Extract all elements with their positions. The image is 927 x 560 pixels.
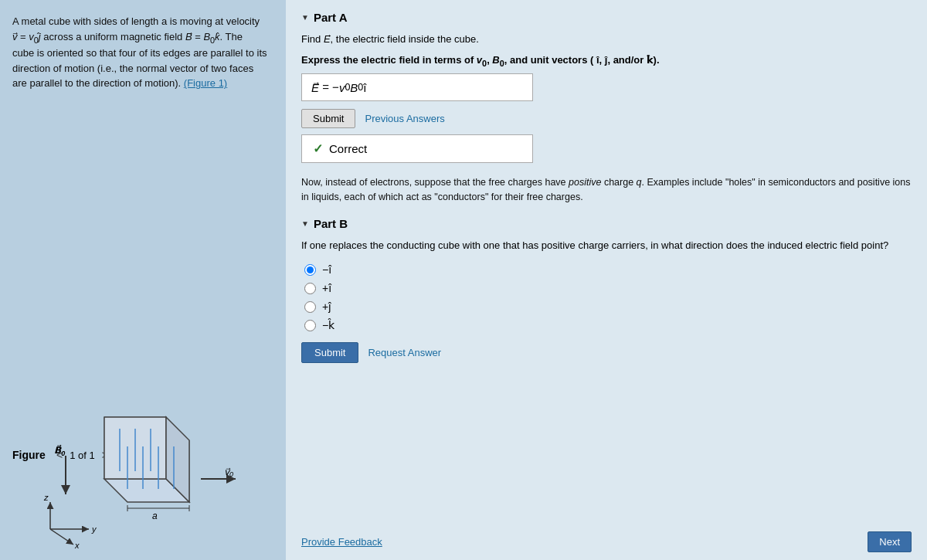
svg-text:z: z xyxy=(43,493,49,502)
provide-feedback-link[interactable]: Provide Feedback xyxy=(301,536,382,548)
checkmark-icon: ✓ xyxy=(313,141,323,156)
figure-area: x y z xyxy=(0,390,286,560)
left-panel: A metal cube with sides of length a is m… xyxy=(0,0,286,560)
right-panel: ▼ Part A Find E⃗, the electric field ins… xyxy=(286,0,927,560)
part-a-title: Part A xyxy=(314,11,348,24)
problem-line5: are parallel to the direction of motion)… xyxy=(12,77,227,89)
info-text: Now, instead of electrons, suppose that … xyxy=(301,175,912,205)
svg-text:v⃗0: v⃗0 xyxy=(224,467,233,478)
radio-neg-k-hat[interactable] xyxy=(304,320,316,331)
part-b-title: Part B xyxy=(314,217,348,230)
label-neg-i-hat: −î xyxy=(322,263,331,276)
next-button[interactable]: Next xyxy=(868,531,912,552)
part-b-question: If one replaces the conducting cube with… xyxy=(301,238,912,253)
label-pos-j-hat: +ĵ xyxy=(322,300,331,313)
part-a-submit-button[interactable]: Submit xyxy=(301,109,355,128)
option-pos-i-hat: +î xyxy=(304,282,912,294)
label-pos-i-hat: +î xyxy=(322,282,331,294)
svg-text:x: x xyxy=(74,541,80,550)
part-a-find-text: Find E⃗, the electric field inside the c… xyxy=(301,32,912,48)
svg-text:B⃗0: B⃗0 xyxy=(54,444,65,457)
part-a-answer-box: E⃗ = −v0B0î xyxy=(301,73,533,101)
radio-pos-j-hat[interactable] xyxy=(304,301,316,313)
part-b-header: ▼ Part B xyxy=(301,217,912,230)
prev-answers-link[interactable]: Previous Answers xyxy=(365,113,444,124)
radio-neg-i-hat[interactable] xyxy=(304,264,316,276)
part-b-submit-button[interactable]: Submit xyxy=(301,342,358,363)
svg-text:a: a xyxy=(152,511,158,521)
part-b-options: −î +î +ĵ −k̂ xyxy=(301,263,912,331)
problem-line4: direction of motion (i.e., the normal ve… xyxy=(12,63,253,74)
problem-line2: v⃗ = v0ĵ across a uniform magnetic fiel… xyxy=(12,31,243,42)
part-a-header: ▼ Part A xyxy=(301,11,912,24)
collapse-triangle-b[interactable]: ▼ xyxy=(301,219,309,228)
part-b-submit-row: Submit Request Answer xyxy=(301,342,912,363)
option-neg-i-hat: −î xyxy=(304,263,912,276)
part-a-express-text: Express the electric field in terms of v… xyxy=(301,54,912,68)
bottom-bar: Provide Feedback Next xyxy=(301,525,912,552)
radio-pos-i-hat[interactable] xyxy=(304,283,316,294)
part-a-submit-row: Submit Previous Answers xyxy=(301,109,912,128)
svg-text:y: y xyxy=(91,524,97,534)
problem-line1: A metal cube with sides of length a is m… xyxy=(12,15,260,27)
figure-link[interactable]: (Figure 1) xyxy=(184,77,227,89)
problem-line3: cube is oriented so that four of its edg… xyxy=(12,47,267,59)
svg-line-0 xyxy=(50,529,73,545)
option-neg-k-hat: −k̂ xyxy=(304,319,912,331)
label-neg-k-hat: −k̂ xyxy=(322,319,334,331)
option-pos-j-hat: +ĵ xyxy=(304,300,912,313)
correct-label: Correct xyxy=(329,142,367,155)
collapse-triangle-a[interactable]: ▼ xyxy=(301,13,309,22)
request-answer-link[interactable]: Request Answer xyxy=(368,347,441,358)
problem-description: A metal cube with sides of length a is m… xyxy=(12,14,273,91)
cube-diagram: x y z xyxy=(27,394,259,556)
correct-box: ✓ Correct xyxy=(301,134,533,163)
